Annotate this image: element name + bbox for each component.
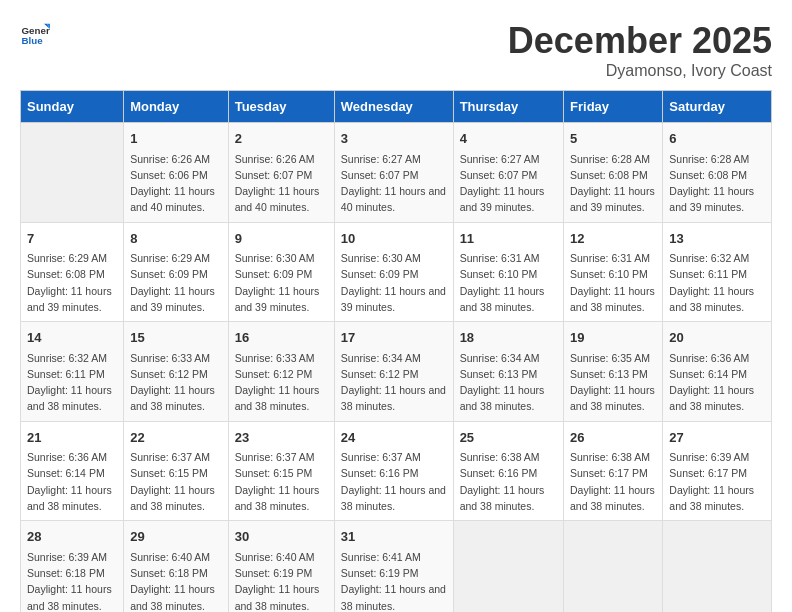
day-info: Sunrise: 6:27 AMSunset: 6:07 PMDaylight:… <box>460 151 557 216</box>
day-number: 1 <box>130 129 222 149</box>
calendar-cell: 15Sunrise: 6:33 AMSunset: 6:12 PMDayligh… <box>124 322 229 422</box>
month-title: December 2025 <box>508 20 772 62</box>
calendar-cell: 29Sunrise: 6:40 AMSunset: 6:18 PMDayligh… <box>124 521 229 612</box>
calendar-cell: 31Sunrise: 6:41 AMSunset: 6:19 PMDayligh… <box>334 521 453 612</box>
calendar-cell: 8Sunrise: 6:29 AMSunset: 6:09 PMDaylight… <box>124 222 229 322</box>
calendar-cell: 16Sunrise: 6:33 AMSunset: 6:12 PMDayligh… <box>228 322 334 422</box>
calendar-cell: 5Sunrise: 6:28 AMSunset: 6:08 PMDaylight… <box>564 123 663 223</box>
day-number: 15 <box>130 328 222 348</box>
day-number: 10 <box>341 229 447 249</box>
calendar-cell: 14Sunrise: 6:32 AMSunset: 6:11 PMDayligh… <box>21 322 124 422</box>
weekday-header-monday: Monday <box>124 91 229 123</box>
logo: General Blue General Blue <box>20 20 50 50</box>
day-number: 20 <box>669 328 765 348</box>
day-info: Sunrise: 6:37 AMSunset: 6:15 PMDaylight:… <box>130 449 222 514</box>
calendar-cell: 2Sunrise: 6:26 AMSunset: 6:07 PMDaylight… <box>228 123 334 223</box>
weekday-header-sunday: Sunday <box>21 91 124 123</box>
day-number: 17 <box>341 328 447 348</box>
calendar-week-5: 28Sunrise: 6:39 AMSunset: 6:18 PMDayligh… <box>21 521 772 612</box>
calendar-week-2: 7Sunrise: 6:29 AMSunset: 6:08 PMDaylight… <box>21 222 772 322</box>
calendar-cell: 24Sunrise: 6:37 AMSunset: 6:16 PMDayligh… <box>334 421 453 521</box>
day-info: Sunrise: 6:30 AMSunset: 6:09 PMDaylight:… <box>341 250 447 315</box>
day-number: 25 <box>460 428 557 448</box>
day-number: 19 <box>570 328 656 348</box>
day-number: 8 <box>130 229 222 249</box>
calendar-cell: 13Sunrise: 6:32 AMSunset: 6:11 PMDayligh… <box>663 222 772 322</box>
day-info: Sunrise: 6:40 AMSunset: 6:19 PMDaylight:… <box>235 549 328 612</box>
calendar-cell: 1Sunrise: 6:26 AMSunset: 6:06 PMDaylight… <box>124 123 229 223</box>
day-info: Sunrise: 6:31 AMSunset: 6:10 PMDaylight:… <box>570 250 656 315</box>
calendar-cell: 3Sunrise: 6:27 AMSunset: 6:07 PMDaylight… <box>334 123 453 223</box>
day-number: 18 <box>460 328 557 348</box>
day-info: Sunrise: 6:30 AMSunset: 6:09 PMDaylight:… <box>235 250 328 315</box>
day-number: 9 <box>235 229 328 249</box>
calendar-cell <box>663 521 772 612</box>
calendar-cell: 11Sunrise: 6:31 AMSunset: 6:10 PMDayligh… <box>453 222 563 322</box>
calendar-cell: 19Sunrise: 6:35 AMSunset: 6:13 PMDayligh… <box>564 322 663 422</box>
calendar-cell: 4Sunrise: 6:27 AMSunset: 6:07 PMDaylight… <box>453 123 563 223</box>
calendar-cell: 6Sunrise: 6:28 AMSunset: 6:08 PMDaylight… <box>663 123 772 223</box>
day-number: 16 <box>235 328 328 348</box>
day-number: 2 <box>235 129 328 149</box>
calendar-cell: 18Sunrise: 6:34 AMSunset: 6:13 PMDayligh… <box>453 322 563 422</box>
day-info: Sunrise: 6:34 AMSunset: 6:12 PMDaylight:… <box>341 350 447 415</box>
day-info: Sunrise: 6:28 AMSunset: 6:08 PMDaylight:… <box>570 151 656 216</box>
weekday-header-thursday: Thursday <box>453 91 563 123</box>
day-info: Sunrise: 6:39 AMSunset: 6:17 PMDaylight:… <box>669 449 765 514</box>
day-number: 6 <box>669 129 765 149</box>
day-info: Sunrise: 6:28 AMSunset: 6:08 PMDaylight:… <box>669 151 765 216</box>
day-info: Sunrise: 6:29 AMSunset: 6:09 PMDaylight:… <box>130 250 222 315</box>
day-number: 28 <box>27 527 117 547</box>
calendar-cell: 28Sunrise: 6:39 AMSunset: 6:18 PMDayligh… <box>21 521 124 612</box>
day-info: Sunrise: 6:40 AMSunset: 6:18 PMDaylight:… <box>130 549 222 612</box>
day-number: 3 <box>341 129 447 149</box>
day-info: Sunrise: 6:41 AMSunset: 6:19 PMDaylight:… <box>341 549 447 612</box>
calendar-cell: 21Sunrise: 6:36 AMSunset: 6:14 PMDayligh… <box>21 421 124 521</box>
calendar-week-4: 21Sunrise: 6:36 AMSunset: 6:14 PMDayligh… <box>21 421 772 521</box>
day-info: Sunrise: 6:35 AMSunset: 6:13 PMDaylight:… <box>570 350 656 415</box>
calendar-cell <box>21 123 124 223</box>
day-number: 31 <box>341 527 447 547</box>
day-info: Sunrise: 6:32 AMSunset: 6:11 PMDaylight:… <box>27 350 117 415</box>
day-number: 24 <box>341 428 447 448</box>
day-number: 26 <box>570 428 656 448</box>
logo-icon: General Blue <box>20 20 50 50</box>
day-info: Sunrise: 6:36 AMSunset: 6:14 PMDaylight:… <box>27 449 117 514</box>
calendar-cell: 30Sunrise: 6:40 AMSunset: 6:19 PMDayligh… <box>228 521 334 612</box>
day-number: 21 <box>27 428 117 448</box>
day-info: Sunrise: 6:34 AMSunset: 6:13 PMDaylight:… <box>460 350 557 415</box>
calendar-cell: 10Sunrise: 6:30 AMSunset: 6:09 PMDayligh… <box>334 222 453 322</box>
weekday-header-wednesday: Wednesday <box>334 91 453 123</box>
day-number: 23 <box>235 428 328 448</box>
calendar-cell: 23Sunrise: 6:37 AMSunset: 6:15 PMDayligh… <box>228 421 334 521</box>
day-info: Sunrise: 6:26 AMSunset: 6:06 PMDaylight:… <box>130 151 222 216</box>
day-number: 7 <box>27 229 117 249</box>
day-info: Sunrise: 6:33 AMSunset: 6:12 PMDaylight:… <box>235 350 328 415</box>
calendar-cell: 7Sunrise: 6:29 AMSunset: 6:08 PMDaylight… <box>21 222 124 322</box>
day-info: Sunrise: 6:39 AMSunset: 6:18 PMDaylight:… <box>27 549 117 612</box>
calendar-cell: 9Sunrise: 6:30 AMSunset: 6:09 PMDaylight… <box>228 222 334 322</box>
calendar-header-row: SundayMondayTuesdayWednesdayThursdayFrid… <box>21 91 772 123</box>
day-number: 12 <box>570 229 656 249</box>
day-info: Sunrise: 6:37 AMSunset: 6:16 PMDaylight:… <box>341 449 447 514</box>
day-info: Sunrise: 6:29 AMSunset: 6:08 PMDaylight:… <box>27 250 117 315</box>
day-info: Sunrise: 6:36 AMSunset: 6:14 PMDaylight:… <box>669 350 765 415</box>
calendar-week-3: 14Sunrise: 6:32 AMSunset: 6:11 PMDayligh… <box>21 322 772 422</box>
calendar-table: SundayMondayTuesdayWednesdayThursdayFrid… <box>20 90 772 612</box>
calendar-cell: 25Sunrise: 6:38 AMSunset: 6:16 PMDayligh… <box>453 421 563 521</box>
title-block: December 2025 Dyamonso, Ivory Coast <box>508 20 772 80</box>
day-info: Sunrise: 6:33 AMSunset: 6:12 PMDaylight:… <box>130 350 222 415</box>
calendar-cell: 22Sunrise: 6:37 AMSunset: 6:15 PMDayligh… <box>124 421 229 521</box>
calendar-cell <box>564 521 663 612</box>
day-number: 30 <box>235 527 328 547</box>
svg-text:General: General <box>22 25 51 36</box>
day-info: Sunrise: 6:27 AMSunset: 6:07 PMDaylight:… <box>341 151 447 216</box>
day-number: 29 <box>130 527 222 547</box>
day-info: Sunrise: 6:26 AMSunset: 6:07 PMDaylight:… <box>235 151 328 216</box>
calendar-cell: 12Sunrise: 6:31 AMSunset: 6:10 PMDayligh… <box>564 222 663 322</box>
day-number: 14 <box>27 328 117 348</box>
svg-text:Blue: Blue <box>22 35 44 46</box>
day-number: 4 <box>460 129 557 149</box>
calendar-cell: 20Sunrise: 6:36 AMSunset: 6:14 PMDayligh… <box>663 322 772 422</box>
day-number: 11 <box>460 229 557 249</box>
